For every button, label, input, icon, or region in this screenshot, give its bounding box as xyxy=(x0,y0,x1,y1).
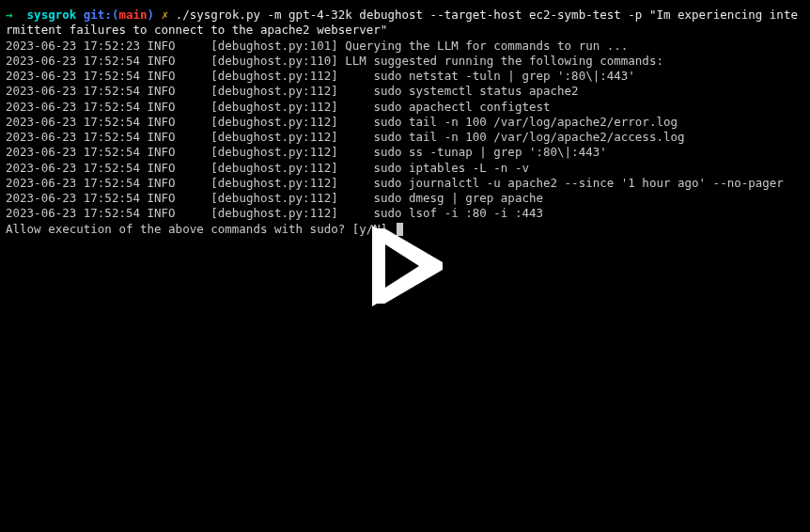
log-level: INFO xyxy=(148,145,176,159)
log-timestamp: 2023-06-23 17:52:54 xyxy=(6,161,140,175)
log-timestamp: 2023-06-23 17:52:54 xyxy=(6,130,140,144)
log-message: sudo netstat -tuln | grep ':80\|:443' xyxy=(345,69,635,83)
log-timestamp: 2023-06-23 17:52:54 xyxy=(6,145,140,159)
log-message: sudo tail -n 100 /var/log/apache2/access… xyxy=(345,130,684,144)
log-timestamp: 2023-06-23 17:52:23 xyxy=(6,39,140,53)
prompt-arrow: → xyxy=(6,8,13,22)
log-level: INFO xyxy=(148,191,176,205)
log-level: INFO xyxy=(148,115,176,129)
log-message: sudo dmesg | grep apache xyxy=(345,191,543,205)
log-line: 2023-06-23 17:52:54 INFO [debughost.py:1… xyxy=(6,69,804,84)
log-timestamp: 2023-06-23 17:52:54 xyxy=(6,54,140,68)
log-source: [debughost.py:112] xyxy=(210,145,337,159)
log-message: sudo tail -n 100 /var/log/apache2/error.… xyxy=(345,115,678,129)
git-paren-close: ) xyxy=(148,8,155,22)
log-level: INFO xyxy=(148,39,176,53)
log-line: 2023-06-23 17:52:54 INFO [debughost.py:1… xyxy=(6,130,804,145)
log-timestamp: 2023-06-23 17:52:54 xyxy=(6,69,140,83)
log-timestamp: 2023-06-23 17:52:54 xyxy=(6,115,140,129)
log-level: INFO xyxy=(148,161,176,175)
log-level: INFO xyxy=(148,130,176,144)
log-timestamp: 2023-06-23 17:52:54 xyxy=(6,176,140,190)
play-icon xyxy=(366,224,444,308)
log-source: [debughost.py:101] xyxy=(210,39,337,53)
log-message: sudo ss -tunap | grep ':80\|:443' xyxy=(345,145,606,159)
log-level: INFO xyxy=(148,69,176,83)
log-level: INFO xyxy=(148,206,176,220)
log-line: 2023-06-23 17:52:54 INFO [debughost.py:1… xyxy=(6,54,804,69)
log-message: sudo systemctl status apache2 xyxy=(345,84,578,98)
log-source: [debughost.py:110] xyxy=(210,54,337,68)
prompt-cwd: sysgrok xyxy=(27,8,77,22)
log-source: [debughost.py:112] xyxy=(210,115,337,129)
log-line: 2023-06-23 17:52:54 INFO [debughost.py:1… xyxy=(6,84,804,99)
log-timestamp: 2023-06-23 17:52:54 xyxy=(6,84,140,98)
log-message: sudo journalctl -u apache2 --since '1 ho… xyxy=(345,176,784,190)
log-level: INFO xyxy=(148,54,176,68)
log-timestamp: 2023-06-23 17:52:54 xyxy=(6,206,140,220)
log-message: Querying the LLM for commands to run ... xyxy=(345,39,628,53)
log-line: 2023-06-23 17:52:23 INFO [debughost.py:1… xyxy=(6,39,804,54)
log-line: 2023-06-23 17:52:54 INFO [debughost.py:1… xyxy=(6,191,804,206)
log-source: [debughost.py:112] xyxy=(210,100,337,114)
shell-prompt-line: → sysgrok git:(main) ✗ ./sysgrok.py -m g… xyxy=(6,8,804,39)
log-timestamp: 2023-06-23 17:52:54 xyxy=(6,100,140,114)
log-source: [debughost.py:112] xyxy=(210,84,337,98)
log-container: 2023-06-23 17:52:23 INFO [debughost.py:1… xyxy=(6,39,804,222)
log-line: 2023-06-23 17:52:54 INFO [debughost.py:1… xyxy=(6,145,804,160)
log-message: LLM suggested running the following comm… xyxy=(345,54,663,68)
play-button-overlay[interactable] xyxy=(366,224,444,308)
prompt-symbol: ✗ xyxy=(162,8,169,22)
log-message: sudo apachectl configtest xyxy=(345,100,550,114)
git-branch: main xyxy=(118,8,147,22)
confirm-prompt-text: Allow execution of the above commands wi… xyxy=(6,222,395,236)
log-source: [debughost.py:112] xyxy=(210,161,337,175)
log-line: 2023-06-23 17:52:54 INFO [debughost.py:1… xyxy=(6,115,804,130)
log-source: [debughost.py:112] xyxy=(210,69,337,83)
log-line: 2023-06-23 17:52:54 INFO [debughost.py:1… xyxy=(6,100,804,115)
git-label: git: xyxy=(84,8,112,22)
log-timestamp: 2023-06-23 17:52:54 xyxy=(6,191,140,205)
log-message: sudo iptables -L -n -v xyxy=(345,161,529,175)
terminal-output: → sysgrok git:(main) ✗ ./sysgrok.py -m g… xyxy=(6,8,804,237)
log-message: sudo lsof -i :80 -i :443 xyxy=(345,206,543,220)
log-source: [debughost.py:112] xyxy=(210,206,337,220)
log-level: INFO xyxy=(148,176,176,190)
log-source: [debughost.py:112] xyxy=(210,130,337,144)
log-source: [debughost.py:112] xyxy=(210,176,337,190)
log-line: 2023-06-23 17:52:54 INFO [debughost.py:1… xyxy=(6,206,804,221)
log-line: 2023-06-23 17:52:54 INFO [debughost.py:1… xyxy=(6,161,804,176)
log-level: INFO xyxy=(148,100,176,114)
log-line: 2023-06-23 17:52:54 INFO [debughost.py:1… xyxy=(6,176,804,191)
log-source: [debughost.py:112] xyxy=(210,191,337,205)
log-level: INFO xyxy=(148,84,176,98)
